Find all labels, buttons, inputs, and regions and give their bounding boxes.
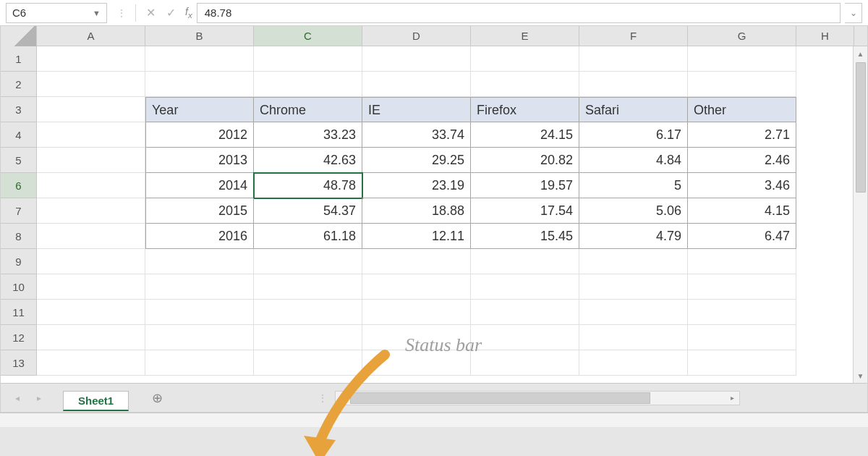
column-header[interactable]: D <box>362 26 471 46</box>
vertical-scrollbar[interactable]: ▲ ▼ <box>853 46 867 383</box>
cell[interactable] <box>254 350 362 376</box>
row-header[interactable]: 5 <box>1 148 37 173</box>
cell[interactable] <box>145 72 254 97</box>
cell[interactable] <box>254 46 362 72</box>
cell[interactable] <box>688 325 796 350</box>
row-header[interactable]: 4 <box>1 122 37 148</box>
cell[interactable] <box>145 274 254 300</box>
cell[interactable] <box>37 300 145 325</box>
table-cell[interactable]: 15.45 <box>471 224 579 249</box>
row-header[interactable]: 6 <box>1 173 37 198</box>
sheet-tab[interactable]: Sheet1 <box>63 391 129 411</box>
table-cell[interactable]: 5 <box>579 173 688 198</box>
cell[interactable] <box>37 274 145 300</box>
horizontal-scrollbar[interactable]: ◂ ▸ <box>335 391 740 405</box>
cell[interactable] <box>579 249 688 274</box>
column-header[interactable]: E <box>471 26 579 46</box>
row-header[interactable]: 7 <box>1 198 37 224</box>
scroll-thumb[interactable] <box>856 62 866 193</box>
tab-prev-icon[interactable]: ◂ <box>9 390 25 406</box>
expand-formula-bar-icon[interactable]: ⌄ <box>845 3 862 23</box>
row-header[interactable]: 1 <box>1 46 37 72</box>
cell[interactable] <box>37 198 145 224</box>
table-header-cell[interactable]: Chrome <box>254 97 362 122</box>
tab-next-icon[interactable]: ▸ <box>31 390 47 406</box>
table-cell[interactable]: 4.15 <box>688 198 796 224</box>
table-cell[interactable]: 6.17 <box>579 122 688 148</box>
add-sheet-icon[interactable]: ⊕ <box>148 389 166 408</box>
cell[interactable] <box>145 350 254 376</box>
cell[interactable] <box>471 46 579 72</box>
cell[interactable] <box>579 72 688 97</box>
cell[interactable] <box>145 46 254 72</box>
column-header[interactable]: C <box>254 26 362 46</box>
cell[interactable] <box>37 173 145 198</box>
table-cell[interactable]: 4.79 <box>579 224 688 249</box>
table-header-cell[interactable]: Other <box>688 97 796 122</box>
select-all-corner[interactable] <box>1 26 37 46</box>
cell[interactable] <box>254 249 362 274</box>
table-cell[interactable]: 5.06 <box>579 198 688 224</box>
table-cell[interactable]: 2013 <box>145 148 254 173</box>
scroll-thumb[interactable] <box>350 392 650 404</box>
cell[interactable] <box>254 300 362 325</box>
row-header[interactable]: 9 <box>1 249 37 274</box>
table-header-cell[interactable]: Safari <box>579 97 688 122</box>
cell[interactable] <box>37 122 145 148</box>
cell[interactable] <box>37 350 145 376</box>
cell[interactable] <box>471 274 579 300</box>
fx-icon[interactable]: fx <box>181 6 197 20</box>
table-header-cell[interactable]: Firefox <box>471 97 579 122</box>
table-cell[interactable]: 54.37 <box>254 198 362 224</box>
cell[interactable] <box>37 325 145 350</box>
table-cell[interactable]: 2.71 <box>688 122 796 148</box>
table-cell[interactable]: 19.57 <box>471 173 579 198</box>
table-cell[interactable]: 61.18 <box>254 224 362 249</box>
column-header[interactable]: F <box>579 26 688 46</box>
cell[interactable] <box>37 97 145 122</box>
scroll-left-icon[interactable]: ◂ <box>336 394 350 402</box>
cell[interactable] <box>254 72 362 97</box>
name-box[interactable]: C6 ▼ <box>6 3 107 23</box>
table-cell[interactable]: 12.11 <box>362 224 471 249</box>
table-cell[interactable]: 2016 <box>145 224 254 249</box>
cell[interactable] <box>688 72 796 97</box>
row-header[interactable]: 13 <box>1 350 37 376</box>
table-cell[interactable]: 33.74 <box>362 122 471 148</box>
cell[interactable] <box>579 300 688 325</box>
cell[interactable] <box>471 325 579 350</box>
cell[interactable] <box>362 274 471 300</box>
cell[interactable] <box>37 72 145 97</box>
table-header-cell[interactable]: IE <box>362 97 471 122</box>
table-header-cell[interactable]: Year <box>145 97 254 122</box>
column-header[interactable]: B <box>145 26 254 46</box>
row-header[interactable]: 11 <box>1 300 37 325</box>
table-cell[interactable]: 6.47 <box>688 224 796 249</box>
cell[interactable] <box>471 249 579 274</box>
column-header[interactable]: G <box>688 26 796 46</box>
row-header[interactable]: 12 <box>1 325 37 350</box>
cell[interactable] <box>579 325 688 350</box>
cell[interactable] <box>471 72 579 97</box>
cell[interactable] <box>579 350 688 376</box>
cancel-icon[interactable]: ✕ <box>140 3 161 23</box>
row-header[interactable]: 3 <box>1 97 37 122</box>
cell[interactable] <box>688 274 796 300</box>
cell[interactable] <box>471 300 579 325</box>
table-cell[interactable]: 2015 <box>145 198 254 224</box>
row-header[interactable]: 10 <box>1 274 37 300</box>
cell[interactable] <box>145 249 254 274</box>
table-cell[interactable]: 17.54 <box>471 198 579 224</box>
table-cell[interactable]: 3.46 <box>688 173 796 198</box>
scroll-down-icon[interactable]: ▼ <box>854 368 867 383</box>
cell[interactable] <box>688 46 796 72</box>
cell[interactable] <box>688 249 796 274</box>
cell[interactable] <box>362 300 471 325</box>
cell[interactable] <box>145 300 254 325</box>
row-header[interactable]: 2 <box>1 72 37 97</box>
formula-input[interactable]: 48.78 <box>197 3 841 23</box>
column-header[interactable]: H <box>796 26 854 46</box>
cell[interactable] <box>362 46 471 72</box>
scroll-right-icon[interactable]: ▸ <box>725 394 739 402</box>
cell[interactable] <box>145 325 254 350</box>
